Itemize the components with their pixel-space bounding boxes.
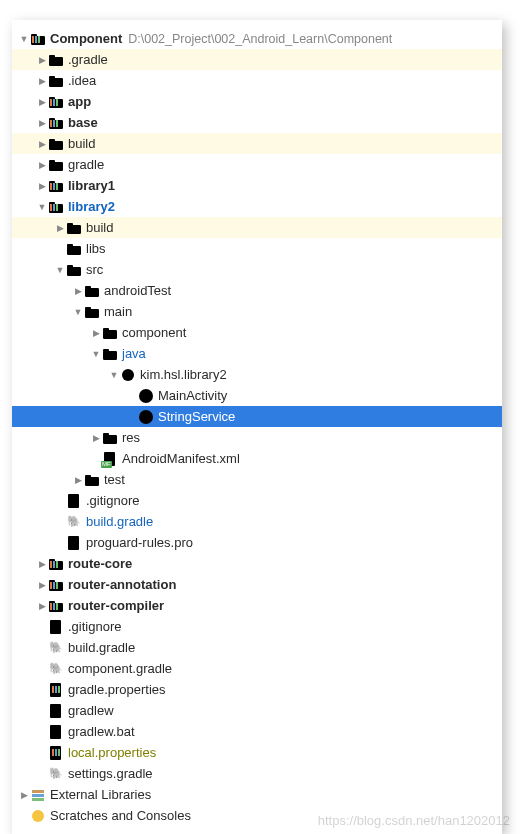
root-path: D:\002_Project\002_Android_Learn\Compone… bbox=[128, 32, 392, 46]
expand-arrow-icon[interactable]: ▼ bbox=[72, 307, 84, 317]
tree-label: local.properties bbox=[68, 745, 156, 760]
tree-label: router-compiler bbox=[68, 598, 164, 613]
tree-row[interactable]: local.properties bbox=[12, 742, 502, 763]
file-icon bbox=[66, 493, 82, 509]
collapse-arrow-icon[interactable]: ▶ bbox=[36, 55, 48, 65]
folder-icon bbox=[102, 430, 118, 446]
tree-row[interactable]: ▶ .idea bbox=[12, 70, 502, 91]
file-icon bbox=[48, 703, 64, 719]
tree-label: src bbox=[86, 262, 103, 277]
folder-icon bbox=[84, 472, 100, 488]
tree-row[interactable]: MF AndroidManifest.xml bbox=[12, 448, 502, 469]
class-icon bbox=[138, 409, 154, 425]
library-icon bbox=[30, 787, 46, 803]
folder-icon bbox=[102, 325, 118, 341]
file-icon bbox=[48, 724, 64, 740]
tree-row[interactable]: ▶ base bbox=[12, 112, 502, 133]
expand-arrow-icon[interactable]: ▼ bbox=[90, 349, 102, 359]
tree-row[interactable]: ▶ gradle bbox=[12, 154, 502, 175]
tree-row[interactable]: ▶ component bbox=[12, 322, 502, 343]
tree-label: test bbox=[104, 472, 125, 487]
collapse-arrow-icon[interactable]: ▶ bbox=[36, 601, 48, 611]
tree-row[interactable]: .gitignore bbox=[12, 490, 502, 511]
tree-row[interactable]: 🐘 settings.gradle bbox=[12, 763, 502, 784]
tree-row-external-libs[interactable]: ▶ External Libraries bbox=[12, 784, 502, 805]
tree-row[interactable]: MainActivity bbox=[12, 385, 502, 406]
properties-file-icon bbox=[48, 745, 64, 761]
tree-row[interactable]: proguard-rules.pro bbox=[12, 532, 502, 553]
gradle-file-icon: 🐘 bbox=[48, 661, 64, 677]
folder-icon bbox=[66, 262, 82, 278]
collapse-arrow-icon[interactable]: ▶ bbox=[36, 181, 48, 191]
tree-label: .gitignore bbox=[68, 619, 121, 634]
folder-icon bbox=[84, 304, 100, 320]
collapse-arrow-icon[interactable]: ▶ bbox=[72, 286, 84, 296]
tree-label: .idea bbox=[68, 73, 96, 88]
file-icon bbox=[66, 535, 82, 551]
expand-arrow-icon[interactable]: ▼ bbox=[36, 202, 48, 212]
tree-label: proguard-rules.pro bbox=[86, 535, 193, 550]
tree-row[interactable]: ▶ .gradle bbox=[12, 49, 502, 70]
tree-label: External Libraries bbox=[50, 787, 151, 802]
tree-row[interactable]: ▶ build bbox=[12, 133, 502, 154]
tree-row[interactable]: libs bbox=[12, 238, 502, 259]
tree-row[interactable]: ▼ kim.hsl.library2 bbox=[12, 364, 502, 385]
collapse-arrow-icon[interactable]: ▶ bbox=[90, 328, 102, 338]
collapse-arrow-icon[interactable]: ▶ bbox=[18, 790, 30, 800]
tree-row[interactable]: gradlew.bat bbox=[12, 721, 502, 742]
expand-arrow-icon[interactable]: ▼ bbox=[108, 370, 120, 380]
tree-row[interactable]: 🐘 build.gradle bbox=[12, 511, 502, 532]
tree-label: component.gradle bbox=[68, 661, 172, 676]
collapse-arrow-icon[interactable]: ▶ bbox=[36, 580, 48, 590]
collapse-arrow-icon[interactable]: ▶ bbox=[90, 433, 102, 443]
tree-row-root[interactable]: ▼ Component D:\002_Project\002_Android_L… bbox=[12, 28, 502, 49]
tree-row-scratches[interactable]: Scratches and Consoles bbox=[12, 805, 502, 826]
module-folder-icon bbox=[48, 94, 64, 110]
tree-row[interactable]: ▶ res bbox=[12, 427, 502, 448]
tree-row[interactable]: ▶ router-compiler bbox=[12, 595, 502, 616]
tree-row[interactable]: ▼ src bbox=[12, 259, 502, 280]
tree-row[interactable]: ▶ route-core bbox=[12, 553, 502, 574]
module-folder-icon bbox=[48, 178, 64, 194]
tree-label: MainActivity bbox=[158, 388, 227, 403]
tree-row[interactable]: ▶ library1 bbox=[12, 175, 502, 196]
expand-arrow-icon[interactable]: ▼ bbox=[54, 265, 66, 275]
tree-label: main bbox=[104, 304, 132, 319]
tree-label: res bbox=[122, 430, 140, 445]
tree-row[interactable]: ▼ library2 bbox=[12, 196, 502, 217]
tree-row-selected[interactable]: StringService bbox=[12, 406, 502, 427]
gradle-file-icon: 🐘 bbox=[66, 514, 82, 530]
folder-icon bbox=[66, 241, 82, 257]
tree-row[interactable]: ▶ androidTest bbox=[12, 280, 502, 301]
folder-icon bbox=[84, 283, 100, 299]
tree-row[interactable]: ▶ test bbox=[12, 469, 502, 490]
collapse-arrow-icon[interactable]: ▶ bbox=[54, 223, 66, 233]
file-icon bbox=[48, 619, 64, 635]
tree-label: build bbox=[86, 220, 113, 235]
tree-label: .gitignore bbox=[86, 493, 139, 508]
collapse-arrow-icon[interactable]: ▶ bbox=[36, 139, 48, 149]
tree-row[interactable]: gradle.properties bbox=[12, 679, 502, 700]
tree-row[interactable]: ▶ router-annotation bbox=[12, 574, 502, 595]
tree-row[interactable]: ▶ app bbox=[12, 91, 502, 112]
module-folder-icon bbox=[48, 577, 64, 593]
collapse-arrow-icon[interactable]: ▶ bbox=[36, 97, 48, 107]
tree-row[interactable]: 🐘 build.gradle bbox=[12, 637, 502, 658]
tree-row[interactable]: 🐘 component.gradle bbox=[12, 658, 502, 679]
gradle-file-icon: 🐘 bbox=[48, 766, 64, 782]
project-tree-panel: ▼ Component D:\002_Project\002_Android_L… bbox=[12, 20, 502, 834]
collapse-arrow-icon[interactable]: ▶ bbox=[72, 475, 84, 485]
collapse-arrow-icon[interactable]: ▶ bbox=[36, 160, 48, 170]
collapse-arrow-icon[interactable]: ▶ bbox=[36, 118, 48, 128]
expand-arrow-icon[interactable]: ▼ bbox=[18, 34, 30, 44]
tree-row[interactable]: ▼ main bbox=[12, 301, 502, 322]
scratches-icon bbox=[30, 808, 46, 824]
folder-icon bbox=[48, 136, 64, 152]
tree-row[interactable]: ▼ java bbox=[12, 343, 502, 364]
tree-row[interactable]: .gitignore bbox=[12, 616, 502, 637]
tree-label: build.gradle bbox=[68, 640, 135, 655]
tree-row[interactable]: gradlew bbox=[12, 700, 502, 721]
collapse-arrow-icon[interactable]: ▶ bbox=[36, 76, 48, 86]
collapse-arrow-icon[interactable]: ▶ bbox=[36, 559, 48, 569]
tree-row[interactable]: ▶ build bbox=[12, 217, 502, 238]
